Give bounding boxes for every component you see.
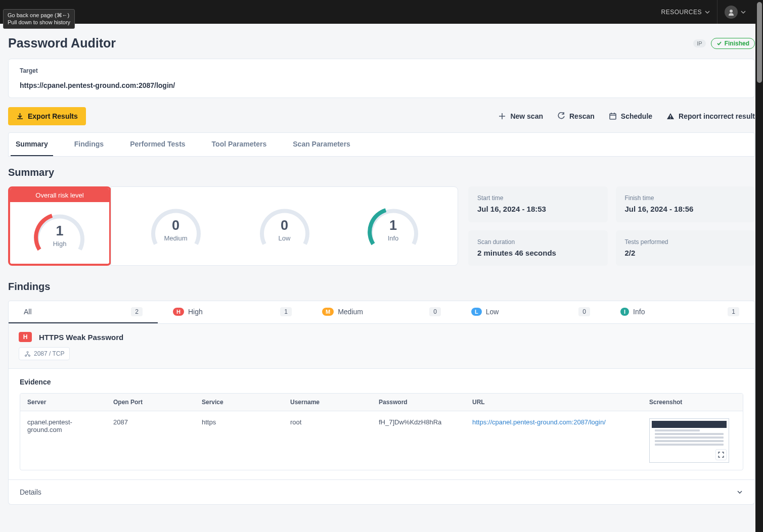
tab-performed-tests[interactable]: Performed Tests xyxy=(125,133,190,156)
warning-icon xyxy=(666,112,675,120)
finding-title: HTTPS Weak Password xyxy=(39,333,123,342)
main-tabs: Summary Findings Performed Tests Tool Pa… xyxy=(8,132,755,157)
user-avatar-icon xyxy=(725,6,738,19)
schedule-button[interactable]: Schedule xyxy=(609,112,652,120)
severity-medium-badge: M xyxy=(322,308,334,316)
export-button[interactable]: Export Results xyxy=(8,107,86,125)
svg-rect-1 xyxy=(610,114,616,119)
tab-findings[interactable]: Findings xyxy=(69,133,109,156)
evidence-table: Server Open Port Service Username Passwo… xyxy=(20,394,743,470)
chevron-down-icon xyxy=(741,10,746,15)
chevron-down-icon xyxy=(705,10,710,15)
evidence-heading: Evidence xyxy=(20,378,743,386)
expand-icon[interactable] xyxy=(715,449,727,460)
filter-high[interactable]: HHigh 1 xyxy=(158,301,307,323)
tests-performed-card: Tests performed2/2 xyxy=(616,230,755,266)
target-url: https://cpanel.pentest-ground.com:2087/l… xyxy=(20,81,743,89)
page-title: Password Auditor xyxy=(8,36,116,51)
network-icon xyxy=(24,351,31,357)
svg-point-2 xyxy=(670,118,671,119)
gauges-card: 0Medium 0Low 1Info xyxy=(111,186,458,266)
scan-duration-card: Scan duration2 minutes 46 seconds xyxy=(468,230,608,266)
port-chip: 2087 / TCP xyxy=(19,347,70,360)
tab-scan-parameters[interactable]: Scan Parameters xyxy=(288,133,355,156)
topbar: Go back one page (⌘←) Pull down to show … xyxy=(0,0,763,24)
tab-tool-parameters[interactable]: Tool Parameters xyxy=(207,133,272,156)
screenshot-thumbnail[interactable] xyxy=(649,418,729,463)
report-incorrect-button[interactable]: Report incorrect result xyxy=(666,112,755,120)
severity-info-badge: I xyxy=(620,308,629,316)
chevron-down-icon xyxy=(736,489,743,496)
new-scan-button[interactable]: New scan xyxy=(498,112,543,120)
rescan-button[interactable]: Rescan xyxy=(557,112,595,120)
findings-filter-tabs: All 2 HHigh 1 MMedium 0 LLow 0 IInfo 1 xyxy=(8,301,755,324)
filter-low[interactable]: LLow 0 xyxy=(456,301,605,323)
overall-risk-card: Overall risk level 1 High xyxy=(8,186,111,266)
severity-high-badge: H xyxy=(173,308,184,316)
severity-low-badge: L xyxy=(471,308,482,316)
download-icon xyxy=(16,113,24,120)
refresh-icon xyxy=(557,112,565,120)
filter-medium[interactable]: MMedium 0 xyxy=(307,301,456,323)
check-icon xyxy=(716,40,722,46)
back-tooltip: Go back one page (⌘←) Pull down to show … xyxy=(3,9,75,29)
filter-all[interactable]: All 2 xyxy=(9,301,158,323)
target-label: Target xyxy=(20,67,743,74)
finish-time-card: Finish timeJul 16, 2024 - 18:56 xyxy=(616,186,755,222)
status-pill: Finished xyxy=(711,38,755,49)
table-row: cpanel.pentest-ground.com 2087 https roo… xyxy=(20,411,743,470)
details-toggle[interactable]: Details xyxy=(9,479,754,504)
findings-heading: Findings xyxy=(8,281,755,293)
resources-menu[interactable]: RESOURCES xyxy=(654,0,717,24)
severity-high-badge: H xyxy=(19,332,32,342)
target-card: Target https://cpanel.pentest-ground.com… xyxy=(8,59,755,98)
evidence-url-link[interactable]: https://cpanel.pentest-ground.com:2087/l… xyxy=(472,418,606,426)
calendar-icon xyxy=(609,112,617,120)
ip-badge: IP xyxy=(693,39,705,47)
user-menu[interactable] xyxy=(717,0,753,24)
start-time-card: Start timeJul 16, 2024 - 18:53 xyxy=(468,186,608,222)
svg-point-0 xyxy=(730,10,733,13)
tab-summary[interactable]: Summary xyxy=(11,133,53,156)
summary-heading: Summary xyxy=(8,167,755,178)
plus-icon xyxy=(498,112,506,120)
svg-point-3 xyxy=(27,351,28,353)
filter-info[interactable]: IInfo 1 xyxy=(605,301,754,323)
scrollbar[interactable] xyxy=(755,0,763,513)
finding-card: H HTTPS Weak Password 2087 / TCP Evidenc… xyxy=(8,324,755,505)
